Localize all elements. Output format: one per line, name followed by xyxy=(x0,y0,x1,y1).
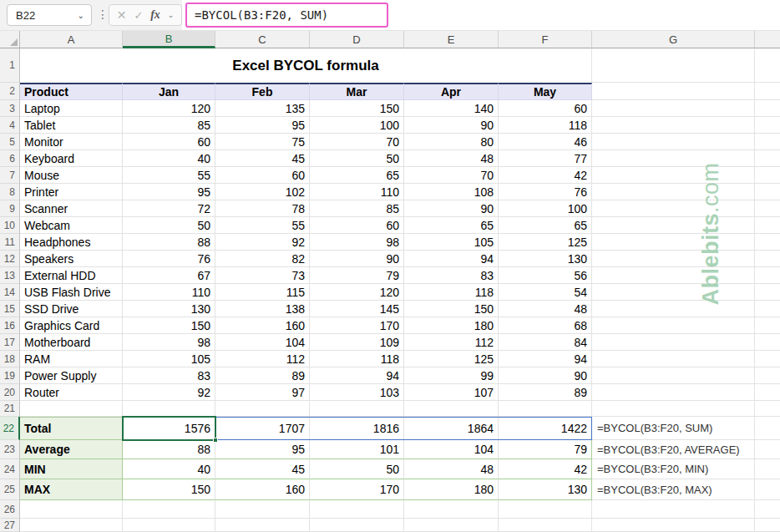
row-header-11[interactable]: 11 xyxy=(0,234,20,251)
summary-value-cell[interactable]: 1576 xyxy=(123,417,215,440)
value-cell[interactable]: 46 xyxy=(499,134,592,150)
value-cell[interactable]: 109 xyxy=(310,334,404,351)
cell[interactable] xyxy=(755,284,780,301)
product-name-cell[interactable]: Printer xyxy=(20,184,123,200)
cell[interactable] xyxy=(592,150,755,167)
column-header-b[interactable]: B xyxy=(123,31,215,48)
product-name-cell[interactable]: Tablet xyxy=(20,117,123,134)
product-name-cell[interactable]: Keyboard xyxy=(20,150,123,167)
cell[interactable] xyxy=(592,234,755,251)
value-cell[interactable]: 100 xyxy=(499,200,592,217)
cell[interactable] xyxy=(592,200,755,217)
cell[interactable] xyxy=(215,401,310,417)
product-name-cell[interactable]: External HDD xyxy=(20,267,123,284)
cell[interactable] xyxy=(755,351,780,367)
cell[interactable] xyxy=(592,184,755,200)
row-header-5[interactable]: 5 xyxy=(0,134,20,150)
row-header-22[interactable]: 22 xyxy=(0,417,20,440)
cell[interactable] xyxy=(404,401,499,417)
value-cell[interactable]: 112 xyxy=(215,351,310,367)
value-cell[interactable]: 94 xyxy=(499,351,592,367)
product-name-cell[interactable]: Webcam xyxy=(20,217,123,234)
cell[interactable] xyxy=(310,401,404,417)
cell[interactable] xyxy=(20,500,123,519)
cell[interactable] xyxy=(592,301,755,317)
value-cell[interactable]: 60 xyxy=(499,100,592,117)
cell[interactable] xyxy=(592,48,755,83)
value-cell[interactable]: 76 xyxy=(499,184,592,200)
row-header-18[interactable]: 18 xyxy=(0,351,20,367)
row-header-27[interactable]: 27 xyxy=(0,519,20,532)
value-cell[interactable]: 83 xyxy=(123,367,215,384)
summary-value-cell[interactable]: 104 xyxy=(404,440,499,459)
value-cell[interactable]: 118 xyxy=(404,284,499,301)
value-cell[interactable]: 105 xyxy=(404,234,499,251)
sheet-title-cell[interactable]: Excel BYCOL formula xyxy=(20,48,592,83)
row-header-14[interactable]: 14 xyxy=(0,284,20,301)
row-header-6[interactable]: 6 xyxy=(0,150,20,167)
cell[interactable] xyxy=(755,459,780,479)
summary-value-cell[interactable]: 150 xyxy=(123,479,215,500)
cell[interactable] xyxy=(592,519,755,532)
cell[interactable] xyxy=(755,267,780,284)
cell[interactable] xyxy=(404,500,499,519)
row-header-24[interactable]: 24 xyxy=(0,459,20,479)
value-cell[interactable]: 104 xyxy=(215,334,310,351)
cell[interactable] xyxy=(592,401,755,417)
summary-value-cell[interactable]: 170 xyxy=(310,479,404,500)
summary-value-cell[interactable]: 1422 xyxy=(499,417,592,440)
cell[interactable] xyxy=(592,83,755,100)
value-cell[interactable]: 97 xyxy=(215,384,310,401)
product-name-cell[interactable]: Monitor xyxy=(20,134,123,150)
cell[interactable] xyxy=(755,479,780,500)
product-name-cell[interactable]: Power Supply xyxy=(20,367,123,384)
cell[interactable] xyxy=(592,134,755,150)
summary-label-cell[interactable]: MIN xyxy=(20,459,123,479)
cell[interactable] xyxy=(123,401,215,417)
cell[interactable] xyxy=(499,500,592,519)
value-cell[interactable]: 108 xyxy=(404,184,499,200)
cell[interactable] xyxy=(755,384,780,401)
value-cell[interactable]: 140 xyxy=(404,100,499,117)
value-cell[interactable]: 79 xyxy=(310,267,404,284)
cell[interactable] xyxy=(592,384,755,401)
cell[interactable] xyxy=(123,519,215,532)
summary-value-cell[interactable]: 1816 xyxy=(310,417,404,440)
cell[interactable] xyxy=(755,417,780,440)
summary-value-cell[interactable]: 88 xyxy=(123,440,215,459)
cell[interactable] xyxy=(755,317,780,334)
value-cell[interactable]: 60 xyxy=(215,167,310,184)
product-name-cell[interactable]: Mouse xyxy=(20,167,123,184)
header-cell-product[interactable]: Product xyxy=(20,83,123,100)
bycol-formula-cell[interactable]: =BYCOL(B3:F20, AVERAGE) xyxy=(592,440,755,459)
summary-value-cell[interactable]: 1707 xyxy=(215,417,310,440)
value-cell[interactable]: 180 xyxy=(404,317,499,334)
value-cell[interactable]: 77 xyxy=(499,150,592,167)
row-header-4[interactable]: 4 xyxy=(0,117,20,134)
cell[interactable] xyxy=(123,500,215,519)
summary-value-cell[interactable]: 79 xyxy=(499,440,592,459)
product-name-cell[interactable]: Scanner xyxy=(20,200,123,217)
column-header-c[interactable]: C xyxy=(215,31,310,48)
fx-chevron-icon[interactable]: ⌄ xyxy=(168,11,175,19)
value-cell[interactable]: 42 xyxy=(499,167,592,184)
cell[interactable] xyxy=(310,500,404,519)
cell[interactable] xyxy=(215,519,310,532)
value-cell[interactable]: 45 xyxy=(215,150,310,167)
value-cell[interactable]: 50 xyxy=(310,150,404,167)
value-cell[interactable]: 90 xyxy=(404,200,499,217)
cell[interactable] xyxy=(592,334,755,351)
value-cell[interactable]: 102 xyxy=(215,184,310,200)
value-cell[interactable]: 76 xyxy=(123,251,215,267)
value-cell[interactable]: 110 xyxy=(123,284,215,301)
cell[interactable] xyxy=(20,519,123,532)
value-cell[interactable]: 88 xyxy=(123,234,215,251)
value-cell[interactable]: 50 xyxy=(123,217,215,234)
row-header-1[interactable]: 1 xyxy=(0,48,20,83)
value-cell[interactable]: 130 xyxy=(123,301,215,317)
value-cell[interactable]: 145 xyxy=(310,301,404,317)
value-cell[interactable]: 85 xyxy=(310,200,404,217)
summary-value-cell[interactable]: 42 xyxy=(499,459,592,479)
value-cell[interactable]: 90 xyxy=(310,251,404,267)
value-cell[interactable]: 94 xyxy=(310,367,404,384)
